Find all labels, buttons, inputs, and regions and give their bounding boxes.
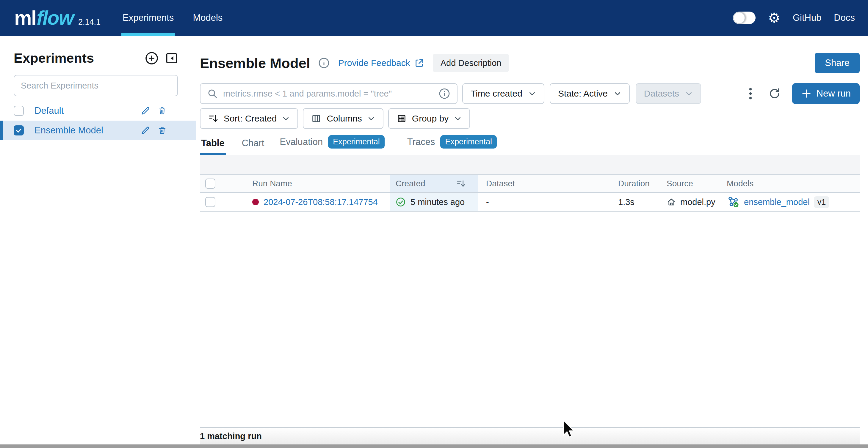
more-options-button[interactable] — [748, 87, 753, 101]
home-icon — [666, 197, 676, 207]
provide-feedback-link[interactable]: Provide Feedback — [338, 58, 425, 68]
search-icon — [207, 88, 218, 99]
tab-evaluation[interactable]: Evaluation Experimental — [278, 135, 385, 155]
columns-label: Columns — [327, 113, 362, 124]
chevron-down-icon — [454, 115, 462, 123]
experiment-link[interactable]: Ensemble Model — [34, 125, 141, 136]
logo-ml-text: ml — [14, 6, 36, 29]
experiment-item-ensemble-model[interactable]: Ensemble Model — [0, 120, 196, 140]
run-checkbox[interactable] — [205, 197, 215, 207]
add-experiment-button[interactable] — [145, 51, 159, 65]
sort-descending-icon — [208, 113, 218, 124]
edit-experiment-button[interactable] — [141, 106, 151, 116]
navbar-right: ⚙ GitHub Docs — [733, 11, 855, 25]
new-run-button[interactable]: New run — [792, 83, 860, 104]
experiment-page: Ensemble Model Provide Feedback Add Desc… — [196, 36, 868, 444]
experimental-badge: Experimental — [328, 135, 384, 148]
pencil-icon — [141, 125, 151, 135]
theme-toggle[interactable] — [733, 11, 755, 24]
check-icon — [15, 127, 22, 134]
time-created-dropdown[interactable]: Time created — [462, 83, 545, 104]
column-header-run-name[interactable]: Run Name — [226, 175, 390, 192]
sort-dropdown[interactable]: Sort: Created — [200, 108, 298, 129]
edit-experiment-button[interactable] — [141, 125, 151, 135]
column-header-created[interactable]: Created — [390, 175, 478, 192]
share-button[interactable]: Share — [815, 53, 860, 73]
new-run-label: New run — [816, 88, 851, 99]
collapse-sidebar-button[interactable] — [165, 51, 179, 65]
run-status-dot — [252, 199, 259, 205]
select-all-checkbox[interactable] — [205, 178, 215, 188]
experiments-list: Default Ensemble Model — [0, 101, 196, 140]
delete-experiment-button[interactable] — [158, 106, 166, 115]
theme-toggle-knob — [733, 12, 745, 24]
search-syntax-info-icon[interactable] — [438, 88, 451, 100]
run-created-time: 5 minutes ago — [410, 197, 465, 207]
tab-chart[interactable]: Chart — [241, 138, 266, 155]
add-description-button[interactable]: Add Description — [433, 54, 509, 72]
chevron-down-icon — [614, 90, 621, 98]
run-duration: 1.3s — [612, 193, 658, 211]
registered-model-link[interactable]: ensemble_model — [744, 197, 810, 207]
state-dropdown[interactable]: State: Active — [550, 83, 630, 104]
run-search-input[interactable] — [222, 89, 434, 99]
tab-table[interactable]: Table — [200, 138, 226, 155]
runs-toolbar-strip — [200, 155, 860, 174]
delete-experiment-button[interactable] — [158, 126, 166, 135]
experiment-info-button[interactable] — [318, 57, 330, 69]
page-title: Ensemble Model — [200, 55, 310, 71]
column-header-source[interactable]: Source — [658, 175, 720, 192]
pencil-icon — [141, 106, 151, 116]
experiment-checkbox[interactable] — [14, 125, 24, 135]
gear-icon[interactable]: ⚙ — [768, 11, 780, 25]
runs-table-header: Run Name Created Dataset Duration Source… — [200, 174, 860, 193]
trash-icon — [158, 106, 166, 115]
columns-dropdown[interactable]: Columns — [303, 108, 383, 129]
state-label: State: Active — [558, 89, 608, 99]
column-header-dataset[interactable]: Dataset — [478, 175, 612, 192]
experiment-link[interactable]: Default — [34, 105, 141, 116]
chevron-down-icon — [528, 90, 536, 98]
matching-runs-footer: 1 matching run — [200, 427, 860, 444]
experiments-sidebar: Experiments Default — [0, 36, 196, 444]
group-by-dropdown[interactable]: Group by — [388, 108, 470, 129]
github-link[interactable]: GitHub — [793, 12, 821, 23]
trash-icon — [158, 126, 166, 135]
chevron-down-icon — [685, 90, 693, 98]
run-row: 2024-07-26T08:58:17.147754 5 minutes ago… — [200, 193, 860, 212]
columns-icon — [311, 113, 321, 124]
provide-feedback-label: Provide Feedback — [338, 58, 410, 68]
time-created-label: Time created — [471, 89, 522, 99]
horizontal-scrollbar[interactable] — [0, 444, 868, 448]
view-tabs: Table Chart Evaluation Experimental Trac… — [200, 135, 860, 155]
group-by-icon — [397, 113, 407, 124]
experiment-checkbox[interactable] — [14, 106, 24, 116]
mlflow-logo[interactable]: mlflow 2.14.1 — [14, 6, 100, 29]
column-header-models[interactable]: Models — [720, 175, 860, 192]
search-experiments-input[interactable] — [14, 75, 178, 96]
sort-descending-icon — [456, 179, 466, 188]
model-graph-icon — [727, 196, 740, 209]
chevron-down-icon — [367, 115, 375, 123]
sort-label: Sort: Created — [224, 113, 277, 124]
run-dataset: - — [478, 193, 612, 211]
plus-icon — [801, 88, 812, 99]
nav-tab-models[interactable]: Models — [192, 0, 224, 36]
docs-link[interactable]: Docs — [834, 12, 855, 23]
column-header-duration[interactable]: Duration — [612, 175, 658, 192]
top-navbar: mlflow 2.14.1 Experiments Models ⚙ GitHu… — [0, 0, 868, 36]
refresh-runs-button[interactable] — [768, 87, 781, 100]
run-name-link[interactable]: 2024-07-26T08:58:17.147754 — [264, 197, 378, 207]
collapse-sidebar-icon — [165, 51, 179, 65]
nav-tab-experiments[interactable]: Experiments — [121, 0, 175, 36]
tab-traces[interactable]: Traces Experimental — [406, 135, 498, 155]
datasets-label: Datasets — [644, 89, 679, 99]
experiment-item-default[interactable]: Default — [0, 101, 196, 120]
external-link-icon — [414, 58, 425, 68]
datasets-dropdown[interactable]: Datasets — [636, 83, 701, 104]
navbar-tabs: Experiments Models — [121, 0, 240, 36]
logo-flow-text: flow — [37, 6, 73, 29]
run-source: model.py — [680, 197, 715, 207]
check-circle-icon — [396, 197, 406, 207]
sidebar-title: Experiments — [14, 50, 138, 66]
